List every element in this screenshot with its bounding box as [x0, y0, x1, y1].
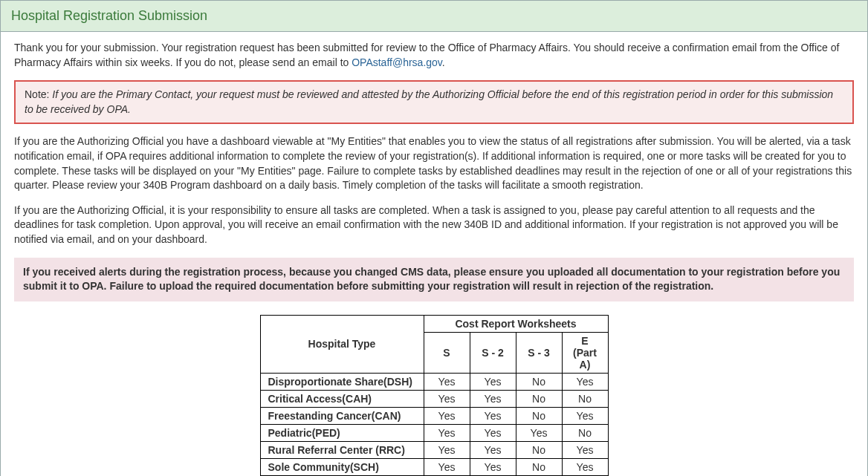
authorizing-official-responsibility-paragraph: If you are the Authorizing Official, it … — [14, 203, 854, 247]
cell-value: Yes — [470, 441, 516, 458]
thank-you-paragraph: Thank you for your submission. Your regi… — [14, 41, 854, 70]
row-label: Sole Community(SCH) — [260, 458, 424, 475]
row-label: Disproportionate Share(DSH) — [260, 373, 424, 390]
note-text: If you are the Primary Contact, your req… — [25, 88, 833, 115]
cell-value: No — [562, 424, 608, 441]
cell-value: Yes — [562, 441, 608, 458]
page-content: Thank you for your submission. Your regi… — [1, 32, 867, 476]
col-header-e-l2: (Part A) — [573, 347, 597, 371]
cell-value: Yes — [424, 373, 470, 390]
cell-value: No — [516, 390, 562, 407]
cell-value: No — [516, 407, 562, 424]
cell-value: Yes — [516, 424, 562, 441]
table-row: Disproportionate Share(DSH)YesYesNoYes — [260, 373, 608, 390]
cell-value: Yes — [562, 407, 608, 424]
thank-you-text-after: . — [442, 56, 445, 68]
table-row: Sole Community(SCH)YesYesNoYes — [260, 458, 608, 475]
table-row: Rural Referral Center (RRC)YesYesNoYes — [260, 441, 608, 458]
cell-value: Yes — [424, 390, 470, 407]
cell-value: Yes — [424, 458, 470, 475]
cell-value: Yes — [470, 458, 516, 475]
table-header-row-1: Hospital Type Cost Report Worksheets — [260, 315, 608, 332]
table-wrap: Hospital Type Cost Report Worksheets S S… — [14, 315, 854, 476]
col-header-group: Cost Report Worksheets — [424, 315, 608, 332]
cell-value: Yes — [470, 424, 516, 441]
col-header-e: E (Part A) — [562, 332, 608, 373]
row-label: Pediatric(PED) — [260, 424, 424, 441]
page-container: Hospital Registration Submission Thank y… — [0, 0, 868, 476]
table-row: Freestanding Cancer(CAN)YesYesNoYes — [260, 407, 608, 424]
cell-value: Yes — [424, 441, 470, 458]
cell-value: Yes — [424, 424, 470, 441]
note-box: Note: If you are the Primary Contact, yo… — [14, 80, 854, 124]
cell-value: No — [516, 373, 562, 390]
page-title: Hospital Registration Submission — [11, 8, 857, 24]
email-link[interactable]: OPAstaff@hrsa.gov — [352, 56, 442, 68]
cell-value: Yes — [562, 458, 608, 475]
cell-value: Yes — [470, 390, 516, 407]
row-label: Freestanding Cancer(CAN) — [260, 407, 424, 424]
cost-report-table: Hospital Type Cost Report Worksheets S S… — [260, 315, 609, 476]
cell-value: Yes — [424, 407, 470, 424]
cell-value: Yes — [562, 373, 608, 390]
col-header-s: S — [424, 332, 470, 373]
col-header-hospital-type: Hospital Type — [260, 315, 424, 373]
cell-value: Yes — [470, 407, 516, 424]
col-header-s3: S - 3 — [516, 332, 562, 373]
cell-value: No — [516, 441, 562, 458]
col-header-e-l1: E — [581, 335, 588, 347]
row-label: Critical Access(CAH) — [260, 390, 424, 407]
col-header-s2: S - 2 — [470, 332, 516, 373]
table-row: Pediatric(PED)YesYesYesNo — [260, 424, 608, 441]
table-row: Critical Access(CAH)YesYesNoNo — [260, 390, 608, 407]
row-label: Rural Referral Center (RRC) — [260, 441, 424, 458]
authorizing-official-dashboard-paragraph: If you are the Authorizing Official you … — [14, 134, 854, 192]
table-body: Disproportionate Share(DSH)YesYesNoYesCr… — [260, 373, 608, 475]
cell-value: Yes — [470, 373, 516, 390]
cell-value: No — [516, 458, 562, 475]
page-header: Hospital Registration Submission — [1, 1, 867, 32]
note-label: Note: — [25, 88, 52, 100]
alert-box: If you received alerts during the regist… — [14, 258, 854, 301]
cell-value: No — [562, 390, 608, 407]
